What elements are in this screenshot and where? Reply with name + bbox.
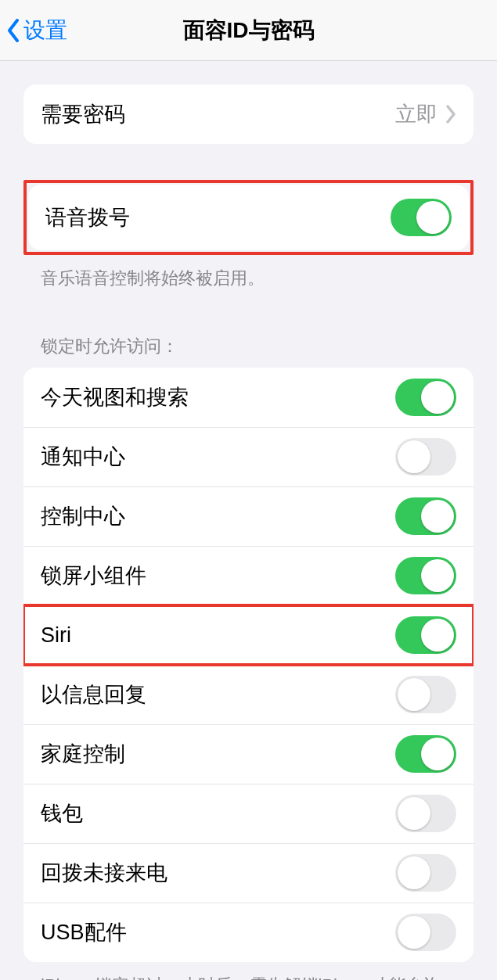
lock-access-label: 控制中心 [41,502,125,530]
lock-access-row: Siri [23,605,474,665]
lock-access-label: Siri [41,623,71,648]
lock-access-toggle[interactable] [395,438,456,476]
back-button[interactable]: 设置 [6,16,67,45]
voice-dial-label: 语音拨号 [45,203,130,232]
lock-access-header: 锁定时允许访问： [23,335,474,368]
nav-bar: 设置 面容ID与密码 [0,0,497,61]
lock-access-toggle[interactable] [395,379,456,416]
lock-access-label: 锁屏小组件 [41,562,146,590]
lock-access-toggle[interactable] [395,616,456,654]
lock-access-label: 钱包 [41,799,83,827]
settings-content: 需要密码 立即 语音拨号 音乐语音控制将始终被启用。 锁定时允许访问： 今天视图… [0,61,497,980]
lock-access-toggle[interactable] [395,557,456,594]
voice-dial-footer: 音乐语音控制将始终被启用。 [23,255,474,291]
page-title: 面容ID与密码 [183,16,315,45]
lock-access-row: 控制中心 [23,486,474,546]
lock-access-label: USB配件 [41,918,127,946]
chevron-right-icon [445,105,456,124]
lock-access-toggle[interactable] [395,735,456,773]
require-passcode-value: 立即 [395,100,438,128]
require-passcode-row[interactable]: 需要密码 立即 [23,84,474,144]
lock-access-row: 钱包 [23,784,474,843]
lock-access-label: 回拨未接来电 [41,859,167,887]
require-passcode-label: 需要密码 [41,100,125,128]
lock-access-row: USB配件 [23,903,474,962]
lock-access-row: 锁屏小组件 [23,546,474,605]
lock-access-row: 回拨未接来电 [23,843,474,903]
passcode-group: 需要密码 立即 [23,84,474,144]
lock-access-label: 以信息回复 [41,680,146,709]
lock-access-row: 以信息回复 [23,665,474,724]
back-label: 设置 [23,16,67,45]
lock-access-group: 今天视图和搜索通知中心控制中心锁屏小组件Siri以信息回复家庭控制钱包回拨未接来… [23,368,474,962]
lock-access-toggle[interactable] [395,497,456,535]
lock-access-toggle[interactable] [395,914,456,951]
lock-access-toggle[interactable] [395,854,456,892]
lock-access-row: 今天视图和搜索 [23,368,474,427]
lock-access-row: 通知中心 [23,427,474,486]
lock-access-label: 今天视图和搜索 [41,383,189,411]
voice-dial-group: 语音拨号 [28,185,469,250]
chevron-left-icon [6,19,20,42]
voice-dial-toggle[interactable] [391,199,452,236]
lock-access-toggle[interactable] [395,795,456,832]
voice-dial-row: 语音拨号 [28,185,469,250]
lock-access-label: 家庭控制 [41,740,125,768]
voice-dial-highlight: 语音拨号 [23,180,474,255]
lock-access-row: 家庭控制 [23,724,474,784]
lock-access-footer: iPhone锁定超过一小时后，需先解锁iPhone才能允许USB配件连接。 [23,962,474,980]
lock-access-toggle[interactable] [395,676,456,713]
lock-access-label: 通知中心 [41,443,125,471]
